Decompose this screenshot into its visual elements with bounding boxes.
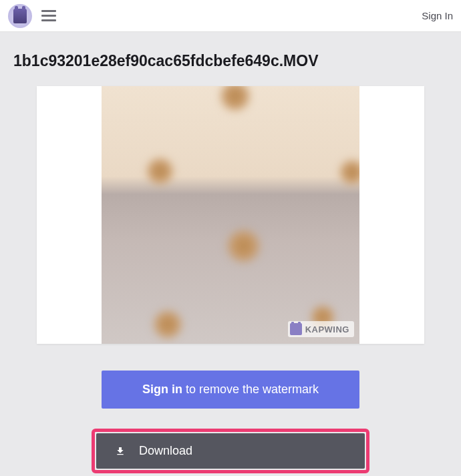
download-button[interactable]: Download xyxy=(96,433,365,469)
main-content: 1b1c93201e28ef90cac65fdcbefe649c.MOV KAP… xyxy=(0,32,461,473)
watermark: KAPWING xyxy=(288,321,354,337)
download-icon xyxy=(115,446,126,457)
header-left xyxy=(8,4,59,28)
signin-remove-watermark-button[interactable]: Sign in to remove the watermark xyxy=(102,371,359,409)
download-label: Download xyxy=(139,444,192,458)
hamburger-icon xyxy=(41,10,56,12)
page-title: 1b1c93201e28ef90cac65fdcbefe649c.MOV xyxy=(13,52,448,70)
blur-spot xyxy=(218,86,252,113)
hamburger-icon xyxy=(41,15,56,17)
video-container: KAPWING xyxy=(37,86,424,344)
app-logo[interactable] xyxy=(8,4,32,28)
video-preview[interactable]: KAPWING xyxy=(102,86,359,344)
blur-spot xyxy=(225,228,262,264)
blur-spot xyxy=(338,158,359,186)
header: Sign In xyxy=(0,0,461,32)
hamburger-menu[interactable] xyxy=(39,7,59,24)
kapwing-icon xyxy=(290,323,302,335)
watermark-text: KAPWING xyxy=(305,324,349,334)
signin-regular-text: to remove the watermark xyxy=(182,383,319,396)
download-highlight-wrapper: Download xyxy=(92,429,369,473)
signin-bold-text: Sign in xyxy=(142,383,182,396)
buttons-area: Sign in to remove the watermark Download xyxy=(37,371,424,473)
blur-spot xyxy=(145,156,175,186)
cat-icon xyxy=(13,9,27,23)
blur-spot xyxy=(152,308,184,340)
hamburger-icon xyxy=(41,19,56,21)
sign-in-link[interactable]: Sign In xyxy=(422,10,453,21)
